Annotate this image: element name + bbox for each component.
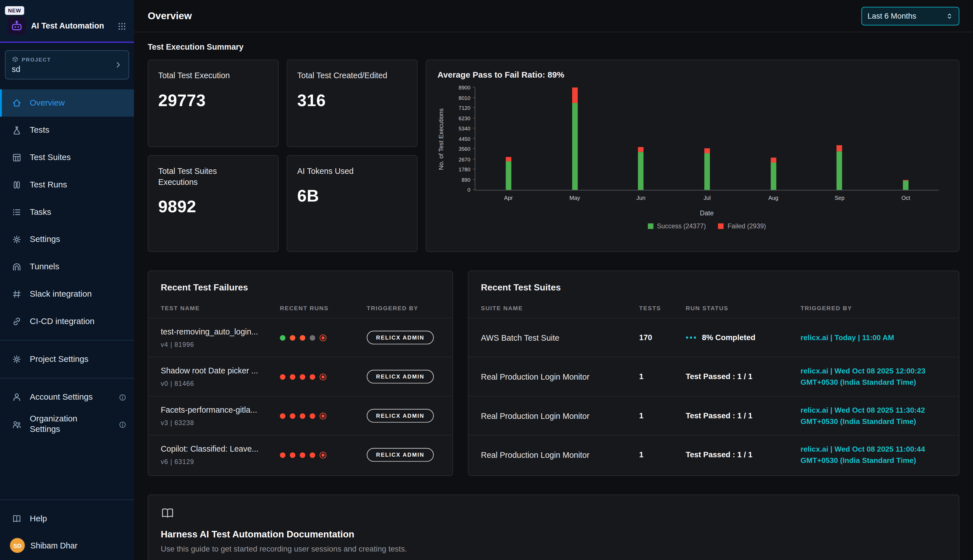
app-title: AI Test Automation bbox=[31, 21, 112, 31]
run-dot-green bbox=[280, 335, 285, 340]
table-grid-icon bbox=[11, 153, 23, 163]
section-title: Test Execution Summary bbox=[148, 42, 960, 52]
table-row[interactable]: Real Production Login Monitor 1 Test Pas… bbox=[468, 435, 959, 474]
sidebar-item-slack-integration[interactable]: Slack integration bbox=[0, 280, 134, 308]
x-axis-title: Date bbox=[475, 209, 939, 217]
column-header: TRIGGERED BY bbox=[367, 305, 440, 311]
grid-menu-icon[interactable] bbox=[117, 22, 127, 31]
sidebar-item-settings[interactable]: Settings bbox=[0, 226, 134, 253]
project-cube-icon bbox=[12, 56, 18, 63]
triggered-by-link[interactable]: relicx.ai | Wed Oct 08 2025 12:00:23 GMT… bbox=[801, 365, 946, 388]
triggered-by-link[interactable]: relicx.ai | Today | 11:00 AM bbox=[801, 332, 946, 343]
person-icon bbox=[11, 392, 23, 402]
page-header: Overview Last 6 Months bbox=[134, 0, 973, 32]
overview-icon bbox=[11, 98, 23, 108]
documentation-card: Harness AI Test Automation Documentation… bbox=[148, 495, 960, 560]
app-logo-icon bbox=[7, 17, 26, 35]
stat-label: AI Tokens Used bbox=[297, 166, 407, 177]
table-header: TEST NAME RECENT RUNS TRIGGERED BY bbox=[148, 300, 452, 318]
triggered-by-button[interactable]: RELICX ADMIN bbox=[367, 370, 433, 383]
stat-card-suite-executions: Total Test Suites Executions 9892 bbox=[148, 155, 278, 252]
sidebar-item-help[interactable]: Help bbox=[0, 505, 134, 532]
pass-fail-chart-card: Average Pass to Fail Ratio: 89% No. of T… bbox=[426, 60, 960, 252]
test-meta: v3 | 63238 bbox=[161, 419, 280, 426]
sidebar-item-test-runs[interactable]: Test Runs bbox=[0, 171, 134, 199]
project-name: sd bbox=[12, 65, 114, 74]
sidebar-item-label: CI-CD integration bbox=[30, 316, 95, 327]
sidebar-item-account-settings[interactable]: Account Settings bbox=[0, 383, 134, 411]
table-row[interactable]: AWS Batch Test Suite 170 •••8% Completed… bbox=[468, 318, 959, 357]
triggered-by-link[interactable]: relicx.ai | Wed Oct 08 2025 11:00:44 GMT… bbox=[801, 444, 946, 466]
run-dot-red bbox=[300, 452, 305, 458]
sidebar-item-tunnels[interactable]: Tunnels bbox=[0, 253, 134, 280]
brand-block: NEW AI Test Automation bbox=[0, 0, 134, 43]
triggered-by-button[interactable]: RELICX ADMIN bbox=[367, 409, 433, 423]
link-icon bbox=[11, 317, 23, 326]
run-dot-gray bbox=[310, 335, 315, 340]
y-tick-mark bbox=[473, 97, 475, 98]
sidebar-item-cicd-integration[interactable]: CI-CD integration bbox=[0, 308, 134, 335]
sidebar-item-tests[interactable]: Tests bbox=[0, 117, 134, 144]
sidebar-item-label: Test Suites bbox=[30, 152, 71, 163]
info-icon[interactable] bbox=[118, 393, 127, 402]
sidebar-item-label: Project Settings bbox=[30, 354, 88, 364]
run-status: Test Passed : 1 / 1 bbox=[686, 450, 801, 459]
run-dot-red bbox=[290, 374, 295, 380]
user-menu[interactable]: SD Shibam Dhar bbox=[0, 532, 134, 560]
stat-card-total-test-created: Total Test Created/Edited 316 bbox=[287, 60, 418, 147]
docs-title: Harness AI Test Automation Documentation bbox=[161, 529, 946, 539]
suite-name-link[interactable]: AWS Batch Test Suite bbox=[481, 333, 639, 342]
suite-name-link[interactable]: Real Production Login Monitor bbox=[481, 450, 639, 460]
info-icon[interactable] bbox=[118, 420, 127, 428]
triggered-by-button[interactable]: RELICX ADMIN bbox=[367, 331, 433, 344]
main-content: Overview Last 6 Months Test Execution Su… bbox=[134, 0, 973, 560]
time-range-select[interactable]: Last 6 Months bbox=[861, 7, 959, 25]
suite-name-link[interactable]: Real Production Login Monitor bbox=[481, 411, 639, 420]
test-name-link[interactable]: test-removing_auto_login... bbox=[161, 327, 280, 337]
sidebar-item-label: Account Settings bbox=[30, 392, 93, 402]
project-selector[interactable]: PROJECT sd bbox=[5, 50, 129, 79]
user-name: Shibam Dhar bbox=[30, 541, 78, 550]
table-row[interactable]: Shadow root Date picker ...v0 | 81466 RE… bbox=[148, 357, 452, 396]
bar-segment-failed bbox=[506, 157, 511, 161]
run-status: •••8% Completed bbox=[686, 333, 801, 342]
table-row[interactable]: Real Production Login Monitor 1 Test Pas… bbox=[468, 357, 959, 396]
flask-icon bbox=[11, 125, 23, 135]
x-tick-label: Apr bbox=[504, 195, 513, 201]
sidebar-item-organization-settings[interactable]: Organization Settings bbox=[0, 411, 134, 438]
task-list-icon bbox=[11, 207, 23, 217]
sidebar-item-tasks[interactable]: Tasks bbox=[0, 198, 134, 226]
card-title: Recent Test Failures bbox=[148, 280, 452, 300]
avatar: SD bbox=[10, 538, 25, 553]
sidebar-item-project-settings[interactable]: Project Settings bbox=[0, 346, 134, 373]
bar-jul bbox=[704, 148, 710, 190]
table-row[interactable]: Real Production Login Monitor 1 Test Pas… bbox=[468, 396, 959, 435]
bar-jun bbox=[638, 147, 644, 190]
run-dot-red bbox=[280, 413, 285, 418]
chevron-updown-icon bbox=[946, 12, 953, 20]
bar-oct bbox=[903, 180, 909, 190]
bar-aug bbox=[771, 158, 776, 190]
suite-name-link[interactable]: Real Production Login Monitor bbox=[481, 372, 639, 381]
bar-segment-success bbox=[704, 153, 710, 190]
triggered-by-link[interactable]: relicx.ai | Wed Oct 08 2025 11:30:42 GMT… bbox=[801, 405, 946, 427]
run-dot-red bbox=[310, 374, 315, 380]
docs-book-icon bbox=[161, 507, 174, 520]
table-row[interactable]: test-removing_auto_login...v4 | 81996 RE… bbox=[148, 318, 452, 357]
sidebar-item-test-suites[interactable]: Test Suites bbox=[0, 144, 134, 171]
run-dot-red bbox=[300, 413, 305, 418]
test-name-link[interactable]: Shadow root Date picker ... bbox=[161, 366, 280, 375]
table-row[interactable]: Facets-performance-gitla...v3 | 63238 RE… bbox=[148, 396, 452, 435]
sidebar-item-overview[interactable]: Overview bbox=[0, 90, 134, 117]
run-status: Test Passed : 1 / 1 bbox=[686, 372, 801, 381]
triggered-by-button[interactable]: RELICX ADMIN bbox=[367, 448, 433, 462]
bar-segment-failed bbox=[572, 88, 578, 103]
bar-segment-success bbox=[506, 161, 511, 190]
legend-item-failed: Failed (2939) bbox=[718, 222, 766, 230]
test-name-link[interactable]: Facets-performance-gitla... bbox=[161, 405, 280, 415]
test-name-link[interactable]: Copilot: Classified: Leave... bbox=[161, 444, 280, 453]
stat-card-ai-tokens: AI Tokens Used 6B bbox=[287, 155, 418, 252]
bar-apr bbox=[506, 157, 511, 190]
sidebar-item-label: Help bbox=[30, 513, 47, 524]
table-row[interactable]: Copilot: Classified: Leave...v6 | 63129 … bbox=[148, 435, 452, 474]
